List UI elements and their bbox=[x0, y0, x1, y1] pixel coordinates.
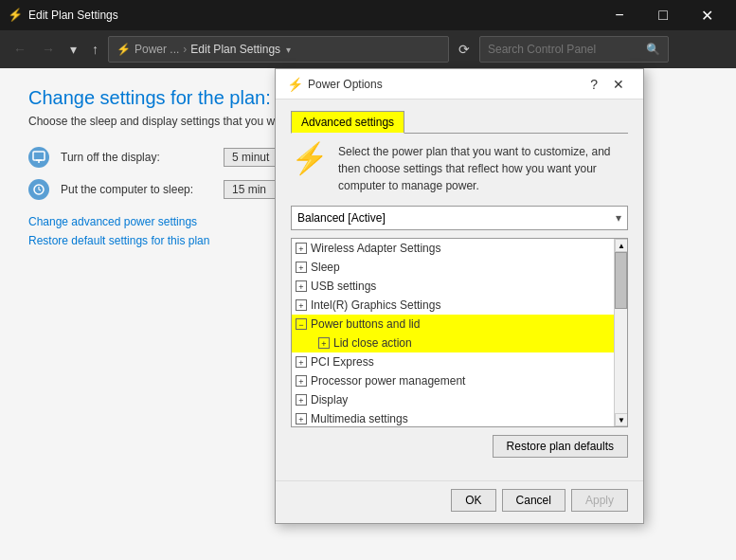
breadcrumb-current: Edit Plan Settings bbox=[190, 43, 280, 56]
address-bar: ← → ▾ ↑ ⚡ Power ... › Edit Plan Settings… bbox=[0, 30, 736, 68]
minimize-button[interactable]: − bbox=[598, 0, 641, 30]
list-item-power-buttons[interactable]: − Power buttons and lid bbox=[292, 315, 614, 334]
title-bar-text: Edit Plan Settings bbox=[28, 9, 598, 22]
expand-intel-icon: + bbox=[296, 299, 307, 311]
list-item-wireless[interactable]: + Wireless Adapter Settings bbox=[292, 239, 614, 258]
list-item-processor[interactable]: + Processor power management bbox=[292, 371, 614, 390]
recent-button[interactable]: ▾ bbox=[64, 38, 82, 61]
list-item-usb[interactable]: + USB settings bbox=[292, 277, 614, 296]
back-button[interactable]: ← bbox=[8, 38, 32, 61]
scrollbar-thumb[interactable] bbox=[615, 252, 627, 309]
power-options-dialog: ⚡ Power Options ? ✕ Advanced settings ⚡ … bbox=[275, 68, 644, 524]
scrollbar-track[interactable]: ▲ ▼ bbox=[614, 239, 627, 426]
settings-list-container: + Wireless Adapter Settings + Sleep + US… bbox=[291, 238, 628, 427]
dialog-body: Advanced settings ⚡ Select the power pla… bbox=[276, 99, 643, 477]
title-bar-icon: ⚡ bbox=[8, 8, 23, 23]
dialog-description: ⚡ Select the power plan that you want to… bbox=[291, 143, 628, 194]
list-item-power-buttons-label: Power buttons and lid bbox=[311, 317, 420, 331]
collapse-power-icon: − bbox=[296, 318, 307, 330]
expand-lid-icon: + bbox=[318, 337, 330, 349]
expand-processor-icon: + bbox=[296, 375, 307, 387]
breadcrumb: ⚡ Power ... › Edit Plan Settings ▾ bbox=[108, 36, 449, 63]
scrollbar-down-arrow[interactable]: ▼ bbox=[615, 413, 628, 426]
maximize-button[interactable]: □ bbox=[641, 0, 685, 30]
settings-list: + Wireless Adapter Settings + Sleep + US… bbox=[292, 239, 614, 426]
plan-dropdown-text: Balanced [Active] bbox=[297, 211, 616, 225]
dialog-desc-text: Select the power plan that you want to c… bbox=[338, 143, 628, 194]
search-icon: 🔍 bbox=[646, 43, 660, 56]
main-content: Change settings for the plan: Balanced C… bbox=[0, 68, 736, 560]
list-item-processor-label: Processor power management bbox=[311, 374, 465, 388]
dialog-help-button[interactable]: ? bbox=[583, 71, 605, 98]
list-item-lid-close[interactable]: + Lid close action bbox=[292, 334, 614, 352]
list-item-sleep-label: Sleep bbox=[311, 261, 340, 274]
list-item-display[interactable]: + Display bbox=[292, 390, 614, 409]
dialog-overlay: ⚡ Power Options ? ✕ Advanced settings ⚡ … bbox=[0, 68, 736, 560]
expand-wireless-icon: + bbox=[296, 243, 307, 254]
forward-button[interactable]: → bbox=[36, 38, 61, 61]
list-item-pci[interactable]: + PCI Express bbox=[292, 352, 614, 371]
dialog-title: Power Options bbox=[308, 78, 583, 91]
list-item-wireless-label: Wireless Adapter Settings bbox=[311, 242, 440, 255]
dialog-title-bar: ⚡ Power Options ? ✕ bbox=[276, 69, 643, 99]
title-bar: ⚡ Edit Plan Settings − □ ✕ bbox=[0, 0, 736, 30]
list-item-sleep[interactable]: + Sleep bbox=[292, 258, 614, 277]
dropdown-arrow-icon: ▾ bbox=[616, 211, 621, 225]
expand-usb-icon: + bbox=[296, 280, 307, 292]
advanced-settings-tab[interactable]: Advanced settings bbox=[291, 111, 404, 134]
expand-sleep-icon: + bbox=[296, 262, 307, 273]
list-item-intel-label: Intel(R) Graphics Settings bbox=[311, 298, 440, 312]
up-button[interactable]: ↑ bbox=[86, 38, 104, 61]
ok-button[interactable]: OK bbox=[451, 489, 495, 512]
tab-row: Advanced settings bbox=[291, 111, 628, 134]
apply-button[interactable]: Apply bbox=[571, 489, 628, 512]
search-input[interactable] bbox=[488, 43, 646, 56]
restore-plan-defaults-button[interactable]: Restore plan defaults bbox=[493, 435, 628, 458]
list-item-multimedia[interactable]: + Multimedia settings bbox=[292, 409, 614, 426]
plan-dropdown[interactable]: Balanced [Active] ▾ bbox=[291, 206, 628, 230]
dialog-power-icon: ⚡ bbox=[287, 77, 302, 92]
restore-plan-defaults-container: Restore plan defaults bbox=[291, 435, 628, 458]
dialog-footer: OK Cancel Apply bbox=[276, 480, 643, 523]
title-bar-controls: − □ ✕ bbox=[598, 0, 728, 30]
list-item-display-label: Display bbox=[311, 393, 348, 406]
breadcrumb-icon: ⚡ bbox=[117, 43, 131, 56]
power-icon-large: ⚡ bbox=[291, 143, 329, 173]
search-box: 🔍 bbox=[479, 36, 669, 63]
breadcrumb-power[interactable]: Power ... bbox=[135, 43, 179, 56]
scrollbar-up-arrow[interactable]: ▲ bbox=[615, 239, 628, 252]
list-item-lid-close-label: Lid close action bbox=[333, 336, 412, 350]
expand-pci-icon: + bbox=[296, 356, 307, 368]
list-item-usb-label: USB settings bbox=[311, 280, 376, 293]
breadcrumb-separator: › bbox=[183, 43, 187, 56]
refresh-button[interactable]: ⟳ bbox=[453, 38, 476, 61]
list-item-multimedia-label: Multimedia settings bbox=[311, 412, 408, 425]
breadcrumb-chevron-icon[interactable]: ▾ bbox=[286, 45, 291, 55]
expand-multimedia-icon: + bbox=[296, 413, 307, 425]
list-item-pci-label: PCI Express bbox=[311, 355, 374, 369]
dialog-close-button[interactable]: ✕ bbox=[605, 71, 632, 98]
close-window-button[interactable]: ✕ bbox=[685, 0, 728, 30]
expand-display-icon: + bbox=[296, 394, 307, 406]
list-item-intel[interactable]: + Intel(R) Graphics Settings bbox=[292, 296, 614, 315]
cancel-button[interactable]: Cancel bbox=[502, 489, 565, 512]
